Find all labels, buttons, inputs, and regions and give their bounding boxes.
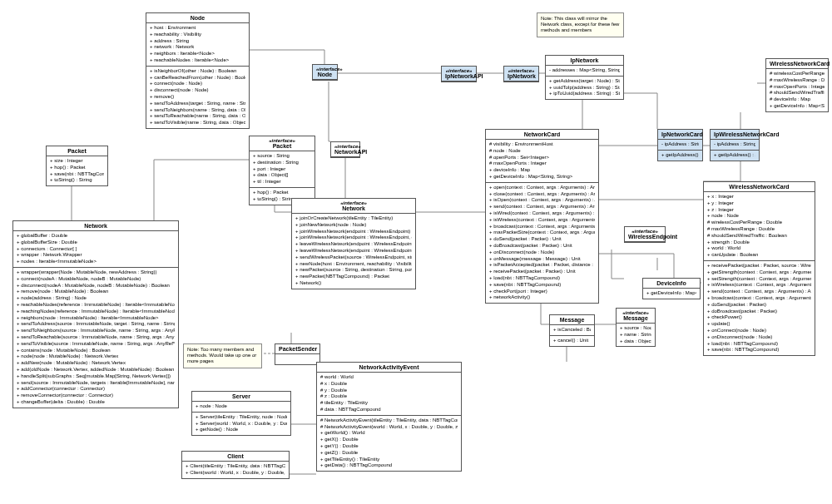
class-ipnetwork: IpNetwork - addresses : Map<String, Stri…: [545, 55, 624, 100]
member-row: # node : Node: [489, 148, 595, 155]
member-row: - ipAddress : String: [714, 141, 755, 148]
member-row: + isPacketAccepted(packet : Packet, dist…: [489, 262, 595, 269]
member-row: + maxPacketSize(context : Context, args …: [489, 230, 595, 236]
member-row: + node(node : MutableNode) : Network.Ver…: [17, 353, 175, 360]
member-row: + sendToNeighbors(source : ImmutableNode…: [17, 328, 175, 334]
member-row: + broadcast(context : Context, args : Ar…: [707, 295, 811, 302]
member-row: + onDisconnect(node : Node): [707, 334, 811, 341]
ops: + isNeighborOf(other : Node) : Boolean+ …: [146, 67, 249, 128]
member-row: + host : Environment: [150, 25, 245, 32]
member-row: + newPacket(source : String, destination…: [295, 267, 412, 274]
member-row: + sendWirelessPacket(source : WirelessEn…: [295, 254, 412, 261]
member-row: + destination : String: [253, 160, 311, 166]
class-node: Node + host : Environment+ reachability …: [146, 12, 250, 129]
member-row: + contains(node : MutableNode) : Boolean: [17, 348, 175, 354]
member-row: + update(): [707, 321, 811, 328]
member-row: + z : Integer: [707, 207, 811, 214]
member-row: + doSend(packet : Packet) : Unit: [489, 236, 595, 243]
member-row: + globalBuffer : Double: [17, 233, 175, 240]
member-row: + load(nbt : NBTTagCompound): [707, 341, 811, 348]
member-row: + connect(node : Node): [150, 81, 245, 87]
member-row: + ipToUuid(address : String) : String: [549, 91, 620, 97]
member-row: # wirelessCostPerRange : Double: [770, 71, 825, 77]
member-row: # NetworkActivityEvent(world : World, x …: [320, 424, 458, 431]
member-row: + leaveWirelessNetwork(endpoint : Wirele…: [295, 241, 412, 248]
member-row: + connectors : Connector[ ]: [17, 246, 175, 253]
member-row: + disconnect(node : Node): [150, 87, 245, 94]
member-row: + Client(tileEntity : TileEntity, data :…: [186, 463, 285, 470]
member-row: + canBeReachedFrom(other : Node) : Boole…: [150, 75, 245, 82]
member-row: + save(nbt : NBTTagCompound): [707, 347, 811, 353]
member-row: + ttl : Integer: [253, 179, 311, 185]
member-row: + network : Network: [150, 44, 245, 51]
member-row: + networkActivity(): [489, 294, 595, 301]
member-row: + handleSplit(subGraphs : Seq[mutable.Ma…: [17, 373, 175, 380]
member-row: + cancel() : Unit: [553, 338, 591, 344]
member-row: + checkPower(): [707, 314, 811, 321]
member-row: # y : Double: [320, 388, 458, 394]
note-ipnetwork: Note: This class will mirror the Network…: [537, 12, 624, 37]
member-row: # maxWirelessRange : Double: [770, 77, 825, 84]
class-networkactivityevent: NetworkActivityEvent # world : World# x …: [316, 362, 462, 472]
member-row: + reachingNodes(reference : ImmutableNod…: [17, 309, 175, 315]
member-row: + receivePacket(packet : Packet, source …: [707, 263, 811, 269]
member-row: + wrapper(wrapper(Node : MutableNode, ne…: [17, 269, 175, 276]
member-row: + getDeviceInfo : Map<String, String>: [770, 103, 825, 110]
member-row: + name : String: [620, 332, 651, 338]
member-row: + getData() : NBTTagCompound: [320, 462, 458, 469]
member-row: + canUpdate : Boolean: [707, 252, 811, 259]
member-row: + reachableNodes : Iterable<Node>: [150, 57, 245, 64]
member-row: + sendToReachable(name : String, data : …: [150, 113, 245, 120]
member-row: + Client(world : World, x : Double, y : …: [186, 470, 285, 477]
member-row: + onConnect(node : Node): [707, 328, 811, 334]
class-packet: Packet + size : Integer+ hop() : Packet+…: [46, 146, 108, 186]
member-row: + open(context : Context, args : Argumen…: [489, 185, 595, 191]
member-row: + data : Object[]: [253, 172, 311, 179]
member-row: # maxWirelessRange : Double: [707, 226, 811, 233]
member-row: # maxOpenPorts : Integer: [489, 161, 595, 167]
class-ipnetwork-interface: «interface»IpNetwork: [503, 66, 539, 82]
member-row: + sendToVisible(name : String, data : Ob…: [150, 120, 245, 126]
member-row: # deviceInfo : Map: [770, 96, 825, 103]
member-row: + toString() : String: [50, 177, 104, 184]
member-row: + y : Integer: [707, 200, 811, 207]
class-wirelessnetworkcard-c: WirelessNetworkCard # wirelessCostPerRan…: [765, 58, 829, 112]
class-wirelessnetworkcard: WirelessNetworkCard + x : Integer+ y : I…: [703, 181, 815, 356]
member-row: # visibility : EnvironmentHost: [489, 141, 595, 148]
member-row: + isOpen(context : Context, args : Argum…: [489, 197, 595, 204]
member-row: + close(context : Context, args : Argume…: [489, 191, 595, 198]
class-packet-interface: «interface»Packet + source : String+ des…: [249, 136, 315, 205]
member-row: + save(nbt : NBTTagCompound): [489, 282, 595, 289]
member-row: + neighbors(node : ImmutableNode) : Iter…: [17, 315, 175, 322]
member-row: + x : Integer: [707, 194, 811, 200]
member-row: + onMessage(message : Message) : Unit: [489, 256, 595, 263]
note-packetsender: Note: Too many members and methods. Woul…: [183, 343, 262, 368]
member-row: + leaveWirelessNetwork(endpoint : Wirele…: [295, 248, 412, 254]
member-row: # shouldSendWiredTraffic : Boolean: [707, 233, 811, 240]
class-message-interface: «interface»Message + source : Node+ name…: [616, 308, 656, 347]
member-row: + sendToVisible(source : ImmutableNode, …: [17, 341, 175, 348]
member-row: + addConnector(connector : Connector): [17, 386, 175, 393]
class-server: Server + node : Node + Server(tileEntity…: [191, 391, 291, 436]
member-row: + node : Node: [707, 213, 811, 220]
member-row: + nodes : Iterable<ImmutableNode>: [17, 259, 175, 265]
member-row: + getY() : Double: [320, 443, 458, 450]
member-row: + getDeviceInfo : Map<String, String>: [646, 290, 696, 297]
member-row: + getIpAddress() : String: [661, 152, 699, 159]
member-row: # z : Double: [320, 393, 458, 400]
member-row: + getAddress(target : Node) : String: [549, 78, 620, 85]
member-row: + isWired(context : Context, args : Argu…: [489, 210, 595, 217]
member-row: + joinWirelessNetwork(endpoint : Wireles…: [295, 235, 412, 241]
member-row: + strength : Double: [707, 240, 811, 246]
class-wirelessendpoint: «interface»WirelessEndpoint: [624, 226, 666, 243]
member-row: + isWireless(context : Context, args : A…: [489, 217, 595, 224]
member-row: + hop() : Packet: [50, 165, 104, 171]
member-row: + connect(nodeA : MutableNode, nodeB : M…: [17, 276, 175, 283]
member-row: - ipAddress : String: [661, 141, 699, 148]
member-row: + neighbors : Iterable<Node>: [150, 51, 245, 57]
class-ipnetworkapi: «interface»IpNetworkAPI: [441, 66, 477, 82]
member-row: + onDisconnect(node : Node): [489, 250, 595, 256]
member-row: + sendToNeighbors(name : String, data : …: [150, 107, 245, 114]
member-row: + reachableNodes(reference : ImmutableNo…: [17, 302, 175, 309]
member-row: + deviceInfo : Map: [489, 167, 595, 174]
